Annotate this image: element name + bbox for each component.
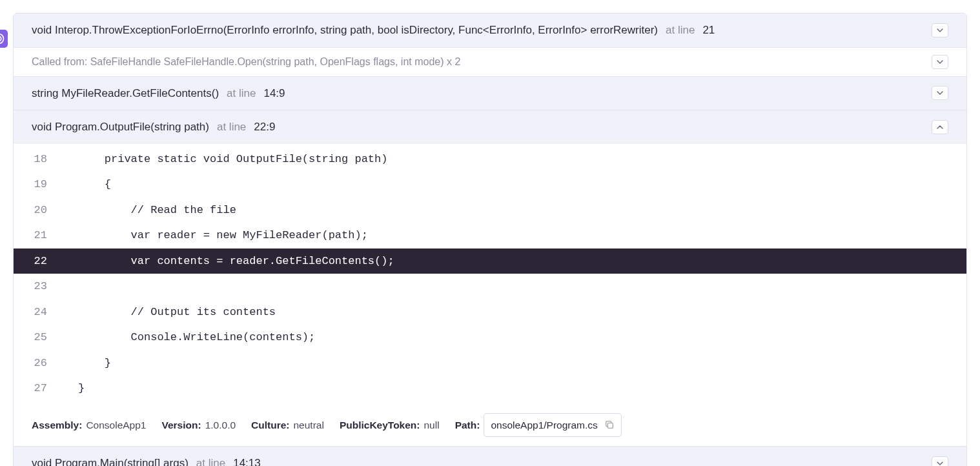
line-number: 25 [14, 329, 78, 346]
frame-metadata: Assembly: ConsoleApp1 Version: 1.0.0.0 C… [14, 404, 966, 446]
culture-label: Culture: [251, 418, 289, 432]
at-line-label: at line [666, 22, 695, 39]
code-viewer: 18 private static void OutputFile(string… [14, 144, 966, 404]
stack-frame[interactable]: void Program.Main(string[] args) at line… [14, 446, 966, 466]
code-line: 22 var contents = reader.GetFileContents… [14, 248, 966, 274]
code-line: 19 { [14, 172, 966, 198]
expand-button[interactable] [932, 55, 948, 69]
stack-frame[interactable]: void Program.OutputFile(string path) at … [14, 110, 966, 144]
frame-line-number: 14:13 [233, 455, 261, 466]
chevron-down-icon [937, 90, 943, 96]
chevron-down-icon [937, 59, 943, 65]
code-line: 25 Console.WriteLine(contents); [14, 325, 966, 350]
code-text: } [78, 355, 111, 372]
copy-icon[interactable] [604, 420, 615, 430]
code-line: 24 // Output its contents [14, 299, 966, 325]
code-text: } [78, 380, 85, 397]
line-number: 21 [14, 227, 78, 244]
version-value: 1.0.0.0 [205, 418, 236, 432]
chevron-up-icon [937, 124, 943, 130]
stack-frame[interactable]: string MyFileReader.GetFileContents() at… [14, 76, 966, 110]
frame-line-number: 22:9 [254, 119, 275, 136]
chevron-down-icon [937, 460, 943, 467]
code-text: { [78, 176, 111, 193]
code-line: 20 // Read the file [14, 198, 966, 223]
code-line: 18 private static void OutputFile(string… [14, 147, 966, 172]
path-box: onsoleApp1/Program.cs [484, 413, 621, 437]
pkt-value: null [424, 418, 440, 432]
code-line: 26 } [14, 350, 966, 376]
frame-signature: void Program.Main(string[] args) [32, 455, 189, 466]
frame-signature: string MyFileReader.GetFileContents() [32, 85, 219, 102]
code-text: // Output its contents [78, 304, 276, 321]
path-label: Path: [455, 418, 480, 432]
assembly-value: ConsoleApp1 [86, 418, 146, 432]
frame-line-number: 14:9 [263, 85, 285, 102]
stack-frame[interactable]: void Interop.ThrowExceptionForIoErrno(Er… [14, 14, 966, 47]
expand-button[interactable] [932, 456, 948, 467]
chevron-down-icon [937, 27, 943, 34]
at-line-label: at line [196, 455, 225, 466]
line-number: 27 [14, 380, 78, 397]
svg-point-1 [0, 36, 1, 41]
svg-point-0 [0, 34, 4, 44]
path-value: onsoleApp1/Program.cs [491, 418, 597, 432]
line-number: 19 [14, 176, 78, 193]
line-number: 18 [14, 151, 78, 168]
code-text: var reader = new MyFileReader(path); [78, 227, 368, 244]
line-number: 24 [14, 304, 78, 321]
called-from-text: Called from: SafeFileHandle SafeFileHand… [32, 54, 460, 70]
pkt-label: PublicKeyToken: [340, 418, 420, 432]
code-text: // Read the file [78, 202, 236, 219]
at-line-label: at line [227, 85, 256, 102]
frame-signature: void Program.OutputFile(string path) [32, 119, 209, 136]
line-number: 20 [14, 202, 78, 219]
line-number: 23 [14, 278, 78, 295]
code-text: Console.WriteLine(contents); [78, 329, 315, 346]
culture-value: neutral [293, 418, 323, 432]
code-text: private static void OutputFile(string pa… [78, 151, 387, 168]
code-line: 21 var reader = new MyFileReader(path); [14, 223, 966, 248]
frame-signature: void Interop.ThrowExceptionForIoErrno(Er… [32, 22, 658, 39]
expand-button[interactable] [932, 86, 948, 100]
language-csharp-icon [0, 30, 8, 48]
svg-rect-2 [607, 423, 613, 428]
code-line: 27} [14, 376, 966, 401]
at-line-label: at line [217, 119, 246, 136]
stack-trace-container: void Interop.ThrowExceptionForIoErrno(Er… [13, 13, 967, 466]
code-text: var contents = reader.GetFileContents(); [78, 253, 394, 270]
collapse-button[interactable] [932, 120, 948, 134]
expand-button[interactable] [932, 23, 948, 37]
line-number: 22 [14, 253, 78, 270]
code-line: 23 [14, 274, 966, 299]
frame-line-number: 21 [702, 22, 715, 39]
version-label: Version: [161, 418, 201, 432]
assembly-label: Assembly: [32, 418, 82, 432]
called-from-row[interactable]: Called from: SafeFileHandle SafeFileHand… [14, 47, 966, 76]
line-number: 26 [14, 355, 78, 372]
